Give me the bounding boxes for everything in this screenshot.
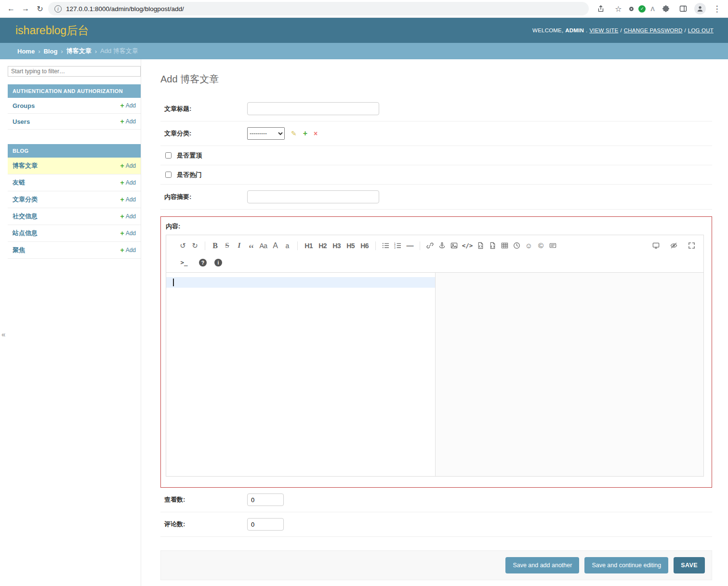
- summary-input[interactable]: [247, 190, 379, 203]
- sidebar-collapse-toggle[interactable]: «: [1, 330, 5, 338]
- preformatted-code-icon[interactable]: [475, 240, 486, 252]
- address-bar[interactable]: i 127.0.0.1:8000/admin/blog/blogpost/add…: [48, 2, 589, 15]
- siteinfo-link[interactable]: 站点信息: [13, 229, 38, 238]
- h6-button[interactable]: H6: [359, 240, 370, 252]
- sidebar-item-social[interactable]: 社交信息 +Add: [8, 208, 141, 225]
- top-checkbox[interactable]: [165, 152, 172, 159]
- categories-link[interactable]: 文章分类: [13, 195, 38, 204]
- main-content: Add 博客文章 文章标题: 文章分类: --------- ✎ + × 是否置…: [141, 59, 728, 586]
- breadcrumb-blog[interactable]: Blog: [43, 48, 57, 55]
- add-siteinfo-link[interactable]: +Add: [120, 229, 136, 237]
- sidebar-filter-input[interactable]: [8, 66, 141, 77]
- help-icon[interactable]: ?: [199, 259, 207, 266]
- bold-icon[interactable]: B: [210, 240, 221, 252]
- lowercase-icon[interactable]: a: [282, 240, 293, 252]
- h3-button[interactable]: H3: [331, 240, 342, 252]
- add-related-icon[interactable]: +: [303, 129, 307, 138]
- social-link[interactable]: 社交信息: [13, 212, 38, 221]
- change-password-link[interactable]: CHANGE PASSWORD: [624, 27, 683, 33]
- undo-icon[interactable]: ↺: [177, 240, 188, 252]
- view-site-link[interactable]: VIEW SITE: [589, 27, 618, 33]
- quote-icon[interactable]: “: [246, 240, 257, 252]
- save-continue-button[interactable]: Save and continue editing: [584, 557, 668, 573]
- sidebar-item-focus[interactable]: 聚焦 +Add: [8, 242, 141, 259]
- hr-icon[interactable]: —: [404, 240, 415, 252]
- focus-link[interactable]: 聚焦: [13, 246, 25, 254]
- breadcrumb-home[interactable]: Home: [17, 48, 35, 55]
- site-brand[interactable]: ishareblog后台: [15, 23, 89, 38]
- uppercase-icon[interactable]: A: [270, 240, 281, 252]
- list-ul-icon[interactable]: [380, 240, 391, 252]
- username: ADMIN: [565, 27, 584, 33]
- groups-link[interactable]: Groups: [13, 102, 35, 109]
- reference-link-anchor-icon[interactable]: [437, 240, 448, 252]
- code-block-icon[interactable]: [487, 240, 498, 252]
- save-add-another-button[interactable]: Save and add another: [505, 557, 579, 573]
- split-view-icon[interactable]: [677, 2, 689, 15]
- sidebar-item-siteinfo[interactable]: 站点信息 +Add: [8, 225, 141, 242]
- preview-eye-off-icon[interactable]: [668, 240, 679, 252]
- friendlinks-link[interactable]: 友链: [13, 178, 25, 187]
- list-ol-icon[interactable]: 123: [392, 240, 403, 252]
- italic-icon[interactable]: I: [234, 240, 245, 252]
- add-friendlinks-link[interactable]: +Add: [120, 179, 136, 186]
- watch-monitor-icon[interactable]: [650, 240, 662, 252]
- comments-input[interactable]: [247, 518, 284, 531]
- edit-related-icon[interactable]: ✎: [291, 130, 297, 137]
- add-categories-link[interactable]: +Add: [120, 196, 136, 203]
- category-select[interactable]: ---------: [247, 127, 285, 140]
- refresh-icon[interactable]: ↻: [34, 2, 46, 15]
- users-link[interactable]: Users: [13, 118, 30, 125]
- goto-line-icon[interactable]: >_: [177, 256, 191, 269]
- sidebar-item-blogpost[interactable]: 博客文章 +Add: [8, 158, 141, 174]
- browser-menu-icon[interactable]: ⋮: [711, 2, 723, 15]
- extension-ring-icon[interactable]: [629, 7, 634, 11]
- h5-button[interactable]: H5: [345, 240, 356, 252]
- emoji-icon[interactable]: ☺: [523, 240, 534, 252]
- plus-icon: +: [120, 179, 124, 186]
- editor-input-pane[interactable]: [166, 273, 435, 476]
- html-entities-icon[interactable]: ©: [535, 240, 546, 252]
- strikethrough-icon[interactable]: S: [222, 240, 233, 252]
- back-icon[interactable]: ←: [5, 2, 17, 15]
- extensions-puzzle-icon[interactable]: [660, 2, 672, 15]
- h1-button[interactable]: H1: [303, 240, 314, 252]
- add-focus-link[interactable]: +Add: [120, 246, 136, 254]
- ucwords-icon[interactable]: Aa: [258, 240, 269, 252]
- share-icon[interactable]: [595, 2, 607, 15]
- add-social-link[interactable]: +Add: [120, 213, 136, 220]
- extension-caret-icon[interactable]: Λ: [650, 5, 655, 13]
- add-blogpost-link[interactable]: +Add: [120, 162, 136, 170]
- extension-check-icon[interactable]: ✓: [638, 5, 646, 13]
- avatar[interactable]: [694, 3, 706, 14]
- inline-code-icon[interactable]: </>: [461, 240, 474, 252]
- delete-related-icon[interactable]: ×: [314, 130, 318, 137]
- sidebar-item-categories[interactable]: 文章分类 +Add: [8, 191, 141, 208]
- title-input[interactable]: [247, 102, 379, 115]
- fullscreen-icon[interactable]: [686, 240, 697, 252]
- image-icon[interactable]: [449, 240, 460, 252]
- summary-label: 内容摘要:: [164, 193, 247, 201]
- table-icon[interactable]: [499, 240, 510, 252]
- bookmark-star-icon[interactable]: ☆: [612, 2, 624, 15]
- h2-button[interactable]: H2: [317, 240, 328, 252]
- link-icon[interactable]: [424, 240, 436, 252]
- info-icon[interactable]: i: [214, 259, 222, 266]
- add-groups-link[interactable]: +Add: [120, 102, 136, 109]
- sidebar-item-groups[interactable]: Groups +Add: [8, 98, 141, 114]
- forward-icon[interactable]: →: [19, 2, 32, 15]
- hot-checkbox[interactable]: [165, 172, 172, 178]
- save-button[interactable]: SAVE: [674, 557, 705, 573]
- sidebar-item-friendlinks[interactable]: 友链 +Add: [8, 174, 141, 191]
- hot-field-row: 是否热门: [160, 165, 712, 185]
- datetime-icon[interactable]: [511, 240, 522, 252]
- views-input[interactable]: [247, 493, 284, 506]
- pagebreak-icon[interactable]: [547, 240, 558, 252]
- add-users-link[interactable]: +Add: [120, 118, 136, 125]
- redo-icon[interactable]: ↻: [189, 240, 200, 252]
- logout-link[interactable]: LOG OUT: [688, 27, 714, 33]
- blogpost-link[interactable]: 博客文章: [13, 161, 38, 170]
- breadcrumb-blogpost[interactable]: 博客文章: [66, 47, 92, 55]
- page-info-icon[interactable]: i: [54, 5, 62, 13]
- sidebar-item-users[interactable]: Users +Add: [8, 114, 141, 130]
